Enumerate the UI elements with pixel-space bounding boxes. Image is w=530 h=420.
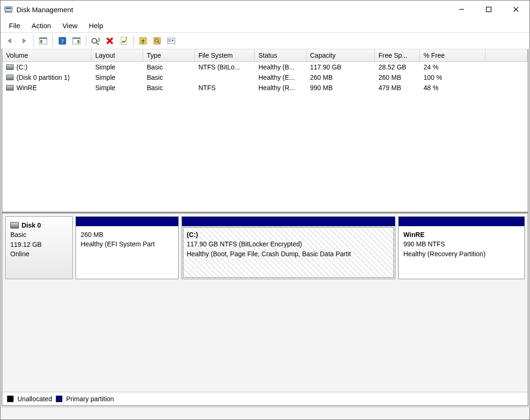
help-button[interactable]: ? <box>56 34 69 47</box>
back-button[interactable] <box>3 34 16 47</box>
partition-colorbar <box>182 217 395 226</box>
minimize-button[interactable] <box>448 0 475 18</box>
disk-row: Disk 0Basic119.12 GBOnline260 MBHealthy … <box>2 214 528 279</box>
volume-fs <box>195 72 255 83</box>
volume-list-header: Volume Layout Type File System Status Ca… <box>2 49 528 62</box>
delete-button[interactable] <box>103 34 116 47</box>
volume-status: Healthy (E... <box>255 72 306 83</box>
svg-point-15 <box>92 38 97 43</box>
svg-rect-27 <box>168 41 171 42</box>
volume-pct: 48 % <box>420 83 485 93</box>
partition[interactable]: 260 MBHealthy (EFI System Part <box>76 216 179 279</box>
disk-status: Online <box>10 249 68 259</box>
svg-rect-8 <box>39 38 47 39</box>
svg-text:?: ? <box>61 38 64 45</box>
svg-rect-26 <box>168 39 171 40</box>
svg-rect-9 <box>40 40 42 43</box>
disk-name: Disk 0 <box>22 221 41 230</box>
svg-rect-2 <box>5 12 12 13</box>
partition-colorbar <box>76 217 178 226</box>
svg-line-16 <box>96 43 99 45</box>
rescan-disks-button[interactable] <box>151 34 164 47</box>
maximize-button[interactable] <box>475 0 502 18</box>
col-pctfree[interactable]: % Free <box>420 49 485 61</box>
col-spacer <box>485 49 528 61</box>
volume-pct: 24 % <box>420 62 485 72</box>
volume-layout: Simple <box>91 83 143 93</box>
volume-list[interactable]: Volume Layout Type File System Status Ca… <box>2 49 528 214</box>
refresh-button[interactable] <box>89 34 102 47</box>
col-layout[interactable]: Layout <box>91 49 143 61</box>
partition-size: 260 MB <box>81 230 174 239</box>
col-volume[interactable]: Volume <box>2 49 91 61</box>
show-hide-console-tree-button[interactable] <box>37 34 50 47</box>
menu-action[interactable]: Action <box>26 20 57 31</box>
window-title: Disk Management <box>16 6 73 14</box>
partition-status: Healthy (EFI System Part <box>81 239 174 249</box>
volume-status: Healthy (B... <box>255 62 306 72</box>
action-pane-button[interactable] <box>70 34 83 47</box>
svg-point-20 <box>125 38 127 39</box>
volume-icon <box>6 85 14 91</box>
menu-view[interactable]: View <box>57 20 83 31</box>
partition-label: (C:) <box>187 230 390 239</box>
new-volume-button[interactable] <box>136 34 150 47</box>
forward-button[interactable] <box>17 34 30 47</box>
titlebar: Disk Management <box>0 0 530 18</box>
disk-kind: Basic <box>10 230 68 239</box>
volume-fs: NTFS <box>195 83 255 93</box>
svg-rect-13 <box>73 38 80 39</box>
volume-free: 28.52 GB <box>375 62 420 72</box>
swatch-primary <box>56 396 62 402</box>
settings-button[interactable] <box>165 34 178 47</box>
partition[interactable]: WinRE990 MB NTFSHealthy (Recovery Partit… <box>398 216 525 279</box>
volume-pct: 100 % <box>420 72 485 83</box>
volume-icon <box>6 75 14 80</box>
partition-status: Healthy (Recovery Partition) <box>403 249 520 259</box>
col-freespace[interactable]: Free Sp... <box>375 49 420 61</box>
svg-rect-14 <box>77 40 79 43</box>
close-button[interactable] <box>502 0 530 18</box>
partition-strip: 260 MBHealthy (EFI System Part(C:)117.90… <box>76 216 525 279</box>
volume-layout: Simple <box>91 72 143 83</box>
toolbar: ? <box>0 32 530 49</box>
volume-row[interactable]: (C:)SimpleBasicNTFS (BitLo...Healthy (B.… <box>2 62 528 72</box>
volume-row[interactable]: WinRESimpleBasicNTFSHealthy (R...990 MB4… <box>2 83 528 93</box>
legend-unallocated: Unallocated <box>17 395 52 403</box>
volume-type: Basic <box>143 62 195 72</box>
swatch-unallocated <box>7 396 14 402</box>
disk-info[interactable]: Disk 0Basic119.12 GBOnline <box>5 216 73 279</box>
volume-name: WinRE <box>16 84 37 92</box>
svg-point-28 <box>172 39 174 41</box>
app-icon <box>4 5 13 14</box>
legend: Unallocated Primary partition <box>2 392 528 405</box>
volume-row[interactable]: (Disk 0 partition 1)SimpleBasicHealthy (… <box>2 72 528 83</box>
menu-help[interactable]: Help <box>83 20 109 31</box>
svg-rect-1 <box>6 8 11 9</box>
volume-type: Basic <box>143 72 195 83</box>
volume-icon <box>6 64 14 70</box>
menu-file[interactable]: File <box>3 20 26 31</box>
volume-capacity: 260 MB <box>306 72 375 83</box>
disk-icon <box>10 222 19 229</box>
legend-primary: Primary partition <box>66 395 114 403</box>
svg-rect-4 <box>486 7 491 12</box>
volume-status: Healthy (R... <box>255 83 306 93</box>
volume-capacity: 990 MB <box>306 83 375 93</box>
col-capacity[interactable]: Capacity <box>306 49 375 61</box>
partition-label: WinRE <box>403 230 520 239</box>
volume-fs: NTFS (BitLo... <box>195 62 255 72</box>
partition[interactable]: (C:)117.90 GB NTFS (BitLocker Encrypted)… <box>182 216 395 279</box>
graphical-view[interactable]: Disk 0Basic119.12 GBOnline260 MBHealthy … <box>2 214 528 405</box>
col-filesystem[interactable]: File System <box>195 49 255 61</box>
properties-button[interactable] <box>117 34 130 47</box>
separator <box>33 35 34 46</box>
col-status[interactable]: Status <box>255 49 306 61</box>
statusbar <box>0 407 530 420</box>
disk-size: 119.12 GB <box>10 240 68 249</box>
partition-colorbar <box>399 217 524 226</box>
volume-name: (Disk 0 partition 1) <box>16 74 70 81</box>
separator <box>53 35 53 46</box>
separator <box>86 35 86 46</box>
col-type[interactable]: Type <box>143 49 195 61</box>
